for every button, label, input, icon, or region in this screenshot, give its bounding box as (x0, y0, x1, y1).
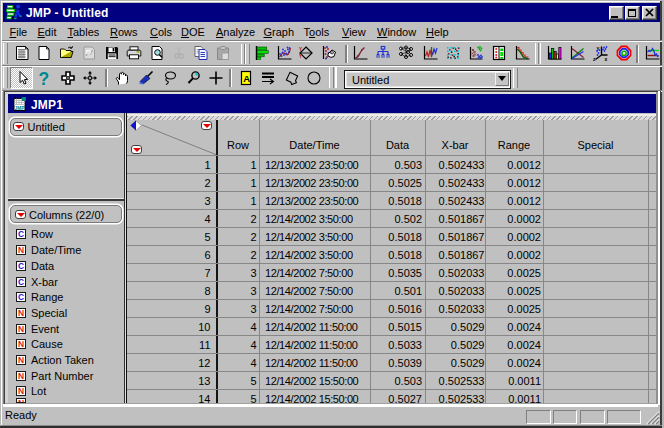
svg-text:A: A (243, 73, 250, 84)
svg-text:x: x (605, 56, 608, 62)
svg-text:z: z (593, 56, 596, 61)
svg-text:JMP: JMP (15, 106, 26, 111)
svg-text:?: ? (39, 70, 50, 86)
svg-text:Y: Y (299, 47, 302, 52)
svg-text:Y: Y (299, 54, 302, 59)
